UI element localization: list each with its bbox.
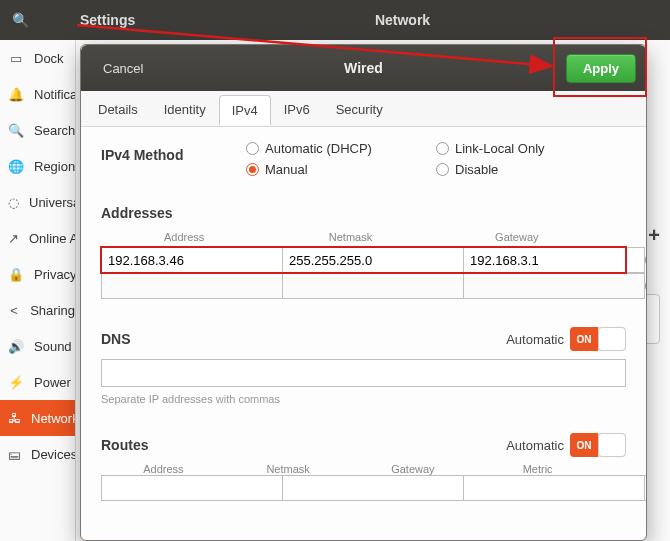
header-gateway: Gateway: [351, 463, 476, 475]
sidebar-item-region-language[interactable]: 🌐Region & Language: [0, 148, 75, 184]
remove-address-button[interactable]: ✕: [645, 273, 646, 299]
route-metric-input[interactable]: [645, 475, 646, 501]
radio-linklocal[interactable]: Link-Local Only: [436, 141, 626, 156]
settings-title: Settings: [40, 12, 235, 28]
header-netmask: Netmask: [267, 231, 433, 247]
settings-header: 🔍 Settings Network: [0, 0, 670, 40]
sidebar-item-label: Dock: [34, 51, 64, 66]
wired-dialog: Cancel Wired Apply DetailsIdentityIPv4IP…: [80, 44, 647, 541]
sidebar-item-label: Notifications: [34, 87, 76, 102]
sidebar-item-label: Universal Access: [29, 195, 76, 210]
tab-details[interactable]: Details: [85, 94, 151, 124]
sidebar-item-label: Sharing: [30, 303, 75, 318]
netmask-input[interactable]: [283, 273, 464, 299]
netmask-input[interactable]: [283, 247, 464, 273]
sidebar-item-power[interactable]: ⚡Power: [0, 364, 75, 400]
add-connection-button[interactable]: +: [648, 224, 660, 247]
dialog-header: Cancel Wired Apply: [81, 45, 646, 91]
addresses-title: Addresses: [101, 205, 626, 221]
address-input[interactable]: [101, 247, 283, 273]
sidebar-item-dock[interactable]: ▭Dock: [0, 40, 75, 76]
automatic-label: Automatic: [506, 438, 564, 453]
switch-on-label: ON: [570, 327, 598, 351]
header-address: Address: [101, 231, 267, 247]
dialog-title: Wired: [81, 60, 646, 76]
sidebar-item-sharing[interactable]: <Sharing: [0, 292, 75, 328]
cancel-button[interactable]: Cancel: [91, 53, 155, 84]
tab-identity[interactable]: Identity: [151, 94, 219, 124]
sidebar-item-notifications[interactable]: 🔔Notifications: [0, 76, 75, 112]
route-netmask-input[interactable]: [283, 475, 464, 501]
radio-icon: [436, 163, 449, 176]
address-row: ✕: [101, 273, 626, 299]
sidebar-icon: 🔒: [8, 266, 24, 282]
radio-disable[interactable]: Disable: [436, 162, 626, 177]
apply-button[interactable]: Apply: [566, 54, 636, 83]
automatic-label: Automatic: [506, 332, 564, 347]
sidebar-item-label: Power: [34, 375, 71, 390]
addresses-headers: Address Netmask Gateway: [101, 231, 626, 247]
routes-headers: Address Netmask Gateway Metric: [101, 463, 626, 475]
sidebar-item-online-accounts[interactable]: ↗Online Accounts: [0, 220, 75, 256]
sidebar-icon: 🖴: [8, 446, 21, 462]
sidebar-item-privacy[interactable]: 🔒Privacy: [0, 256, 75, 292]
close-icon: ✕: [645, 278, 646, 294]
tab-ipv4[interactable]: IPv4: [219, 95, 271, 125]
sidebar-item-label: Network: [31, 411, 76, 426]
addresses-table: Address Netmask Gateway ✕ ✕: [101, 231, 626, 299]
gateway-input[interactable]: [464, 273, 645, 299]
sidebar-item-label: Devices: [31, 447, 76, 462]
radio-automatic[interactable]: Automatic (DHCP): [246, 141, 436, 156]
gateway-input[interactable]: [464, 247, 645, 273]
header-address: Address: [101, 463, 226, 475]
sidebar-icon: ⚡: [8, 374, 24, 390]
address-input[interactable]: [101, 273, 283, 299]
header-metric: Metric: [475, 463, 600, 475]
settings-sidebar: ▭Dock🔔Notifications🔍Search🌐Region & Lang…: [0, 40, 76, 541]
radio-manual[interactable]: Manual: [246, 162, 436, 177]
route-gateway-input[interactable]: [464, 475, 645, 501]
sidebar-icon: ◌: [8, 194, 19, 210]
address-row: ✕: [101, 247, 626, 273]
remove-address-button[interactable]: ✕: [645, 247, 646, 273]
sidebar-item-label: Region & Language: [34, 159, 76, 174]
sidebar-icon: 🔊: [8, 338, 24, 354]
header-gateway: Gateway: [434, 231, 600, 247]
dns-input[interactable]: [101, 359, 626, 387]
sidebar-item-universal-access[interactable]: ◌Universal Access: [0, 184, 75, 220]
ipv4-panel: IPv4 Method Automatic (DHCP) Manual Link…: [81, 127, 646, 540]
sidebar-item-sound[interactable]: 🔊Sound: [0, 328, 75, 364]
radio-icon: [246, 142, 259, 155]
radio-icon: [246, 163, 259, 176]
search-icon[interactable]: 🔍: [0, 12, 40, 28]
tab-security[interactable]: Security: [323, 94, 396, 124]
sidebar-icon: 🔍: [8, 122, 24, 138]
sidebar-item-network[interactable]: 🖧Network: [0, 400, 75, 436]
dns-automatic-toggle: Automatic ON: [506, 327, 626, 351]
radio-icon: [436, 142, 449, 155]
sidebar-item-search[interactable]: 🔍Search: [0, 112, 75, 148]
dns-hint: Separate IP addresses with commas: [101, 393, 626, 405]
routes-automatic-toggle: Automatic ON: [506, 433, 626, 457]
dialog-tabs: DetailsIdentityIPv4IPv6Security: [81, 91, 646, 127]
routes-title: Routes: [101, 437, 148, 453]
routes-switch[interactable]: ON: [570, 433, 626, 457]
sidebar-item-label: Search: [34, 123, 75, 138]
dns-switch[interactable]: ON: [570, 327, 626, 351]
sidebar-icon: <: [8, 302, 20, 318]
close-icon: ✕: [645, 252, 646, 268]
sidebar-icon: ▭: [8, 50, 24, 66]
sidebar-item-label: Sound: [34, 339, 72, 354]
ipv4-method-label: IPv4 Method: [101, 147, 246, 163]
switch-knob: [598, 327, 626, 351]
sidebar-icon: ↗: [8, 230, 19, 246]
routes-row: ✕: [101, 475, 626, 501]
network-title: Network: [235, 12, 670, 28]
route-address-input[interactable]: [101, 475, 283, 501]
tab-ipv6[interactable]: IPv6: [271, 94, 323, 124]
sidebar-icon: 🌐: [8, 158, 24, 174]
sidebar-item-devices[interactable]: 🖴Devices: [0, 436, 75, 472]
header-netmask: Netmask: [226, 463, 351, 475]
dns-title: DNS: [101, 331, 131, 347]
switch-knob: [598, 433, 626, 457]
